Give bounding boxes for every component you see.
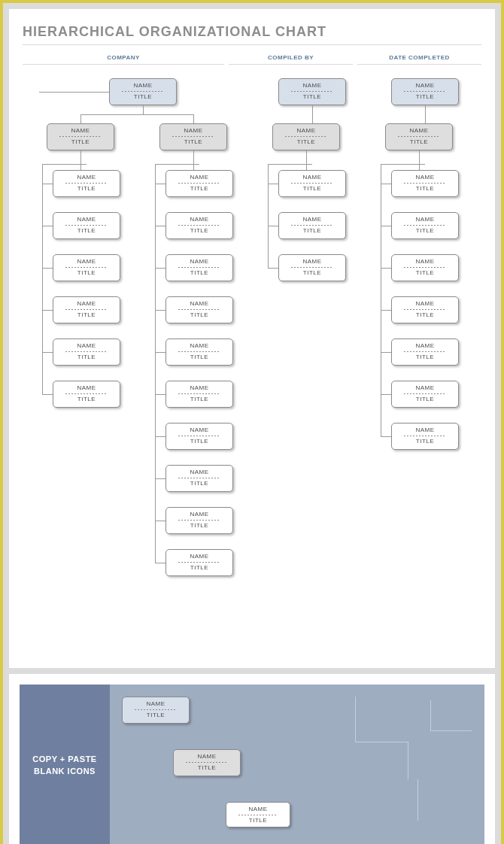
node-title: TITLE xyxy=(168,396,231,403)
wire-segment xyxy=(355,742,408,742)
connector-line xyxy=(143,105,144,114)
node-divider xyxy=(178,309,220,310)
connector-line xyxy=(155,394,165,395)
node-name: NAME xyxy=(168,258,231,266)
org-leaf-0-2: NAMETITLE xyxy=(53,254,120,281)
node-divider xyxy=(404,267,446,268)
org-leaf-1-2: NAMETITLE xyxy=(165,254,233,281)
connector-line xyxy=(155,310,165,311)
copy-paste-line-1: COPY + PASTE xyxy=(32,754,96,764)
connector-line xyxy=(425,105,426,123)
node-divider xyxy=(178,562,220,563)
node-name: NAME xyxy=(281,82,344,90)
node-name: NAME xyxy=(168,511,231,518)
node-divider xyxy=(59,136,102,137)
node-title: TITLE xyxy=(168,438,231,445)
node-title: TITLE xyxy=(168,564,231,572)
node-name: NAME xyxy=(55,216,118,223)
org-mid-2: NAMETITLE xyxy=(272,123,340,150)
org-leaf-0-4: NAMETITLE xyxy=(53,339,120,366)
node-title: TITLE xyxy=(275,138,338,146)
connector-line xyxy=(268,268,278,269)
connector-line xyxy=(268,164,269,268)
node-name: NAME xyxy=(393,174,457,181)
wire-segment xyxy=(430,700,431,730)
node-name: NAME xyxy=(228,806,288,813)
connector-line xyxy=(155,226,165,226)
node-title: TITLE xyxy=(55,354,118,361)
connector-line xyxy=(306,150,307,170)
org-leaf-3-0: NAMETITLE xyxy=(391,170,459,197)
org-leaf-3-4: NAMETITLE xyxy=(391,339,459,366)
node-divider xyxy=(178,225,220,226)
node-name: NAME xyxy=(55,258,118,266)
node-title: TITLE xyxy=(393,227,457,235)
node-divider xyxy=(291,91,333,92)
node-divider xyxy=(404,91,446,92)
node-name: NAME xyxy=(281,216,344,223)
node-title: TITLE xyxy=(393,396,457,403)
org-leaf-3-2: NAMETITLE xyxy=(391,254,459,281)
node-name: NAME xyxy=(168,384,231,392)
template-page-1: HIERARCHICAL ORGANIZATIONAL CHART COMPAN… xyxy=(9,9,495,668)
node-title: TITLE xyxy=(55,269,118,277)
wire-segment xyxy=(355,697,356,742)
org-leaf-1-4: NAMETITLE xyxy=(165,339,233,366)
node-name: NAME xyxy=(275,127,338,135)
connector-line xyxy=(42,394,53,395)
connector-line xyxy=(381,164,425,165)
node-title: TITLE xyxy=(281,185,344,193)
connector-line xyxy=(42,164,43,394)
node-name: NAME xyxy=(168,469,231,476)
connector-line xyxy=(381,268,391,269)
connector-line xyxy=(80,150,81,170)
org-leaf-0-0: NAMETITLE xyxy=(53,170,120,197)
connector-line xyxy=(80,114,193,115)
template-page-2: COPY + PASTE BLANK ICONS NAME TITLE NAME… xyxy=(9,674,495,844)
node-title: TITLE xyxy=(393,311,457,319)
node-title: TITLE xyxy=(168,269,231,277)
node-title: TITLE xyxy=(228,817,288,824)
header-compiled-by: COMPILED BY xyxy=(229,54,353,65)
node-divider xyxy=(238,815,278,815)
node-name: NAME xyxy=(55,342,118,350)
node-title: TITLE xyxy=(168,311,231,319)
org-leaf-1-8: NAMETITLE xyxy=(165,507,233,534)
connector-line xyxy=(381,394,391,395)
node-title: TITLE xyxy=(393,354,457,361)
connector-line xyxy=(381,310,391,311)
node-name: NAME xyxy=(168,216,231,223)
node-divider xyxy=(404,436,446,436)
connector-line xyxy=(268,164,312,165)
node-title: TITLE xyxy=(168,522,231,530)
node-title: TITLE xyxy=(393,93,457,101)
org-root-2: NAMETITLE xyxy=(391,78,459,105)
node-title: TITLE xyxy=(162,138,225,146)
node-divider xyxy=(404,351,446,352)
node-divider xyxy=(291,183,333,184)
connector-line xyxy=(155,436,165,437)
org-leaf-1-0: NAMETITLE xyxy=(165,170,233,197)
node-divider xyxy=(404,225,446,226)
node-divider xyxy=(135,709,177,710)
org-leaf-2-0: NAMETITLE xyxy=(278,170,346,197)
connector-line xyxy=(268,226,278,226)
wire-segment xyxy=(430,730,472,731)
node-divider xyxy=(65,351,108,352)
node-name: NAME xyxy=(162,127,225,135)
connector-line xyxy=(155,164,199,165)
org-leaf-3-6: NAMETITLE xyxy=(391,423,459,450)
node-divider xyxy=(404,393,446,394)
header-date-completed: DATE COMPLETED xyxy=(357,54,481,65)
node-divider xyxy=(65,393,108,394)
node-divider xyxy=(65,225,108,226)
node-title: TITLE xyxy=(393,185,457,193)
node-name: NAME xyxy=(393,342,457,350)
header-row: COMPANY COMPILED BY DATE COMPLETED xyxy=(23,54,481,65)
node-title: TITLE xyxy=(55,311,118,319)
node-divider xyxy=(291,267,333,268)
connector-line xyxy=(39,92,109,93)
connector-line xyxy=(42,164,87,165)
node-name: NAME xyxy=(168,427,231,434)
org-mid-1: NAMETITLE xyxy=(159,123,227,150)
